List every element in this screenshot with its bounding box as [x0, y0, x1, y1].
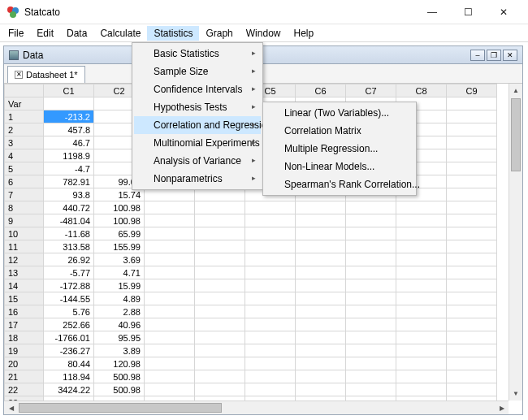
horizontal-scroll-thumb[interactable]	[19, 403, 222, 413]
data-cell[interactable]: 118.94	[44, 370, 94, 383]
data-cell[interactable]: 457.8	[44, 123, 94, 136]
data-cell[interactable]	[396, 214, 447, 227]
row-header[interactable]: 9	[5, 214, 44, 227]
scroll-right-icon[interactable]: ▶	[495, 401, 509, 414]
stats-menu-item[interactable]: Analysis of Variance▸	[134, 152, 261, 170]
data-cell[interactable]: 4.89	[94, 292, 145, 305]
row-header[interactable]: 14	[5, 279, 44, 292]
data-cell[interactable]	[195, 370, 245, 383]
menu-edit[interactable]: Edit	[30, 26, 60, 41]
corr-menu-item[interactable]: Spearman's Rank Correlation...	[265, 175, 414, 193]
menu-statistics[interactable]: Statistics	[147, 26, 199, 41]
data-cell[interactable]	[245, 318, 296, 331]
data-cell[interactable]	[447, 162, 497, 175]
row-header[interactable]: 6	[5, 175, 44, 188]
data-cell[interactable]: -5.77	[44, 266, 94, 279]
data-cell[interactable]: 2.88	[94, 305, 145, 318]
data-cell[interactable]	[145, 227, 195, 240]
data-cell[interactable]	[447, 370, 497, 383]
stats-menu-item[interactable]: Nonparametrics▸	[134, 170, 261, 188]
data-cell[interactable]	[245, 279, 296, 292]
corr-menu-item[interactable]: Correlation Matrix	[265, 122, 414, 140]
data-cell[interactable]: -481.04	[44, 214, 94, 227]
data-cell[interactable]	[396, 279, 447, 292]
data-cell[interactable]	[195, 266, 245, 279]
data-cell[interactable]	[396, 305, 447, 318]
data-cell[interactable]	[195, 201, 245, 214]
stats-menu-item[interactable]: Correlation and Regression▸	[134, 116, 261, 134]
data-cell[interactable]	[195, 305, 245, 318]
row-header[interactable]: 2	[5, 123, 44, 136]
data-cell[interactable]	[296, 227, 346, 240]
vertical-scrollbar[interactable]: ▲ ▼	[509, 84, 522, 401]
data-cell[interactable]	[296, 318, 346, 331]
data-cell[interactable]	[245, 201, 296, 214]
row-header[interactable]: 12	[5, 253, 44, 266]
stats-menu-item[interactable]: Multinomial Experiments▸	[134, 134, 261, 152]
data-window-titlebar[interactable]: Data – ❐ ✕	[4, 46, 522, 64]
row-header[interactable]: 18	[5, 331, 44, 344]
row-header[interactable]: 3	[5, 136, 44, 149]
data-cell[interactable]	[396, 370, 447, 383]
data-cell[interactable]	[296, 214, 346, 227]
data-cell[interactable]: 3424.22	[44, 383, 94, 396]
data-cell[interactable]: 155.99	[94, 240, 145, 253]
scroll-up-icon[interactable]: ▲	[509, 84, 522, 97]
data-cell[interactable]	[195, 253, 245, 266]
data-cell[interactable]: 46.7	[44, 136, 94, 149]
row-header[interactable]: 16	[5, 305, 44, 318]
data-cell[interactable]: 100.98	[94, 214, 145, 227]
data-cell[interactable]	[447, 253, 497, 266]
data-cell[interactable]	[145, 383, 195, 396]
data-cell[interactable]	[447, 227, 497, 240]
data-cell[interactable]: -213.2	[44, 110, 94, 123]
var-name-cell[interactable]	[447, 97, 497, 110]
data-cell[interactable]: 3.89	[94, 344, 145, 357]
data-cell[interactable]: 5.76	[44, 305, 94, 318]
data-cell[interactable]	[195, 292, 245, 305]
data-cell[interactable]: -1766.01	[44, 331, 94, 344]
menu-help[interactable]: Help	[287, 26, 320, 41]
data-cell[interactable]	[447, 383, 497, 396]
column-header[interactable]: C6	[296, 84, 346, 97]
menu-data[interactable]: Data	[60, 26, 93, 41]
data-cell[interactable]: 440.72	[44, 201, 94, 214]
data-cell[interactable]	[396, 344, 447, 357]
data-cell[interactable]	[145, 214, 195, 227]
data-cell[interactable]	[346, 370, 396, 383]
corr-menu-item[interactable]: Non-Linear Models...	[265, 158, 414, 175]
data-cell[interactable]	[346, 383, 396, 396]
column-header[interactable]: C8	[396, 84, 447, 97]
data-window-close-button[interactable]: ✕	[503, 50, 517, 61]
data-cell[interactable]	[447, 201, 497, 214]
data-cell[interactable]	[447, 279, 497, 292]
data-cell[interactable]	[145, 201, 195, 214]
data-cell[interactable]	[145, 357, 195, 370]
data-cell[interactable]	[296, 279, 346, 292]
data-cell[interactable]: 1198.9	[44, 149, 94, 162]
data-cell[interactable]	[447, 188, 497, 201]
data-cell[interactable]: 95.95	[94, 331, 145, 344]
data-cell[interactable]	[145, 292, 195, 305]
data-cell[interactable]	[396, 383, 447, 396]
data-cell[interactable]	[245, 266, 296, 279]
data-cell[interactable]: 313.58	[44, 240, 94, 253]
stats-menu-item[interactable]: Sample Size▸	[134, 63, 261, 80]
data-cell[interactable]	[145, 344, 195, 357]
data-cell[interactable]	[296, 292, 346, 305]
data-cell[interactable]: 4.71	[94, 266, 145, 279]
data-cell[interactable]	[296, 201, 346, 214]
statistics-menu[interactable]: Basic Statistics▸Sample Size▸Confidence …	[132, 42, 263, 190]
data-cell[interactable]	[346, 305, 396, 318]
data-cell[interactable]	[145, 370, 195, 383]
row-header[interactable]: 8	[5, 201, 44, 214]
data-cell[interactable]	[396, 292, 447, 305]
row-header[interactable]: 17	[5, 318, 44, 331]
data-cell[interactable]: -172.88	[44, 279, 94, 292]
tab-close-icon[interactable]: ✕	[15, 71, 23, 79]
data-cell[interactable]	[447, 136, 497, 149]
data-cell[interactable]	[346, 240, 396, 253]
data-cell[interactable]	[245, 357, 296, 370]
data-cell[interactable]	[396, 253, 447, 266]
row-header[interactable]: 13	[5, 266, 44, 279]
